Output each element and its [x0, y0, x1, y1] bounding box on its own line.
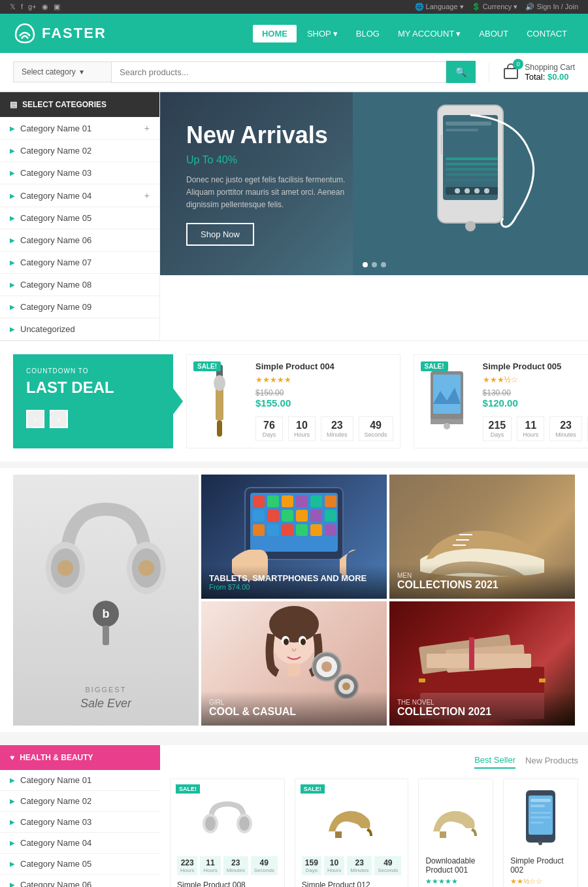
health-item-label-2: Category Name 02	[20, 796, 91, 806]
prod-hours-2: 10 Hours	[324, 856, 344, 875]
tablet-icon	[427, 368, 466, 433]
health-item-4[interactable]: ▶ Category Name 04	[0, 833, 160, 854]
googleplus-icon[interactable]: g+	[28, 3, 37, 11]
cart-info: Shopping Cart Total: $0.00	[525, 63, 575, 82]
sidebar-item-7[interactable]: ▶ Category Name 07	[0, 252, 159, 274]
svg-rect-32	[296, 495, 308, 507]
deal-timer-2: 215 Days 11 Hours 23 Minutes 49 Seconds	[483, 416, 588, 441]
sidebar-item-1[interactable]: ▶ Category Name 01 +	[0, 117, 159, 140]
signin-link[interactable]: 🔊 Sign In / Join	[525, 3, 578, 11]
svg-rect-79	[539, 678, 546, 682]
svg-point-63	[284, 639, 289, 645]
promo-tablets[interactable]: TABLETS, SMARTPHONES AND MORE From $74.0…	[201, 475, 387, 599]
nav-shop[interactable]: SHOP ▾	[299, 25, 346, 42]
sidebar-item-5[interactable]: ▶ Category Name 05	[0, 207, 159, 229]
prod-hours-1: 11 Hours	[200, 856, 220, 875]
svg-point-26	[444, 423, 450, 429]
top-bar: 𝕏 f g+ ◉ ▣ 🌐 Language ▾ 💲 Currency ▾ 🔊 S…	[0, 0, 588, 14]
health-item-2[interactable]: ▶ Category Name 02	[0, 791, 160, 812]
promo-girl[interactable]: GIRL COOL & CASUAL	[201, 601, 387, 726]
nav-about[interactable]: ABOUT	[471, 25, 516, 42]
health-item-6[interactable]: ▶ Category Name 06	[0, 875, 160, 887]
sidebar: ▤ SELECT CATEGORIES ▶ Category Name 01 +…	[0, 92, 160, 341]
hours-num-1: 10	[294, 420, 310, 431]
svg-text:b: b	[103, 607, 110, 620]
countdown-next-button[interactable]: ›	[50, 410, 68, 428]
product-sale-badge-2: SALE!	[301, 784, 325, 794]
sidebar-item-9[interactable]: ▶ Category Name 09	[0, 296, 159, 318]
deal-products-area: SALE! Simple Product 004 ★★★★★ $150.00 $…	[186, 354, 588, 448]
category-select[interactable]: Select category ▾	[13, 61, 111, 82]
promo-headphones[interactable]: b BIGGEST Sale Ever	[13, 475, 199, 726]
sidebar-item-label-7: Category Name 07	[20, 258, 91, 267]
deal-product-1: SALE! Simple Product 004 ★★★★★ $150.00 $…	[186, 354, 400, 448]
rss-icon[interactable]: ▣	[54, 3, 60, 11]
days-num-2: 215	[489, 420, 506, 431]
promo-section: TABLETS, SMARTPHONES AND MORE From $74.0…	[0, 468, 588, 732]
countdown-title: LAST DEAL	[26, 378, 160, 397]
seconds-num-1: 49	[365, 420, 387, 431]
svg-rect-12	[446, 187, 498, 195]
products-grid: SALE! 223 Hours 1	[170, 778, 578, 887]
promo-shoes[interactable]: MEN COLLECTIONS 2021	[389, 475, 575, 599]
promo-books[interactable]: THE NOVEL COLLECTION 2021	[389, 601, 575, 726]
search-input[interactable]	[112, 62, 446, 82]
brush-icon	[206, 365, 233, 437]
svg-point-52	[139, 560, 154, 576]
headphones-visual: b	[41, 483, 171, 679]
prod-days-num-1: 223	[180, 858, 194, 867]
hero-shop-now-button[interactable]: Shop Now	[186, 223, 254, 246]
deal-product-stars-1: ★★★★★	[255, 375, 393, 384]
cart-icon-box[interactable]: 0	[502, 63, 519, 82]
sidebar-item-label-8: Category Name 08	[20, 280, 91, 290]
nav-myaccount[interactable]: MY ACCOUNT ▾	[390, 25, 468, 42]
nav-blog[interactable]: BLOG	[348, 25, 387, 42]
prod-secs-num-2: 49	[378, 858, 398, 867]
sidebar-item-6[interactable]: ▶ Category Name 06	[0, 229, 159, 252]
prod-hours-lbl-1: Hours	[203, 867, 217, 873]
tab-best-seller[interactable]: Best Seller	[474, 755, 515, 769]
prod-hours-num-1: 11	[203, 858, 217, 867]
twitter-icon[interactable]: 𝕏	[10, 3, 16, 11]
days-box-2: 215 Days	[483, 416, 512, 441]
prod-mins-num-2: 23	[350, 858, 368, 867]
currency-selector[interactable]: 💲 Currency ▾	[472, 3, 518, 11]
hero-description: Donec nec justo eget felis facilisis fer…	[186, 174, 369, 212]
language-selector[interactable]: 🌐 Language ▾	[415, 3, 464, 11]
nav-contact[interactable]: CONTACT	[519, 25, 575, 42]
promo-shoes-subtitle: MEN	[397, 572, 567, 579]
sidebar-item-2[interactable]: ▶ Category Name 02	[0, 140, 159, 162]
facebook-icon[interactable]: f	[21, 3, 23, 11]
sidebar-item-4[interactable]: ▶ Category Name 04 +	[0, 184, 159, 207]
hours-label-2: Hours	[523, 431, 538, 438]
svg-point-81	[205, 816, 216, 831]
countdown-prev-button[interactable]: ‹	[26, 410, 44, 428]
health-arrow-4: ▶	[10, 839, 15, 846]
sidebar-item-uncategorized[interactable]: ▶ Uncategorized	[0, 318, 159, 341]
prod-secs-lbl-2: Seconds	[378, 867, 398, 873]
arrow-icon-1: ▶	[10, 125, 15, 132]
health-item-3[interactable]: ▶ Category Name 03	[0, 812, 160, 833]
svg-point-60	[269, 606, 319, 643]
tab-new-products[interactable]: New Products	[525, 756, 578, 768]
promo-shoes-label: MEN COLLECTIONS 2021	[389, 564, 575, 599]
hero-area: New Arrivals Up To 40% Donec nec justo e…	[160, 92, 588, 341]
plus-icon-1: +	[144, 123, 150, 133]
health-arrow-6: ▶	[10, 881, 15, 887]
products-main: Best Seller New Products SALE!	[160, 745, 588, 887]
logo-text: FASTER	[42, 25, 106, 42]
cart-total-value: $0.00	[547, 72, 569, 82]
sidebar-item-8[interactable]: ▶ Category Name 08	[0, 274, 159, 296]
product-img-1	[177, 786, 278, 851]
instagram-icon[interactable]: ◉	[42, 3, 48, 11]
sidebar-item-3[interactable]: ▶ Category Name 03	[0, 162, 159, 184]
prod-mins-2: 23 Minutes	[347, 856, 372, 875]
minutes-label-2: Minutes	[555, 431, 576, 438]
promo-grid: TABLETS, SMARTPHONES AND MORE From $74.0…	[13, 475, 575, 726]
health-item-5[interactable]: ▶ Category Name 05	[0, 854, 160, 875]
search-button[interactable]: 🔍	[446, 61, 476, 83]
deal-product-name-2: Simple Product 005	[483, 361, 588, 371]
product-name-2: Simple Product 012	[302, 880, 402, 887]
health-item-1[interactable]: ▶ Category Name 01	[0, 770, 160, 791]
nav-home[interactable]: HOME	[253, 25, 297, 42]
